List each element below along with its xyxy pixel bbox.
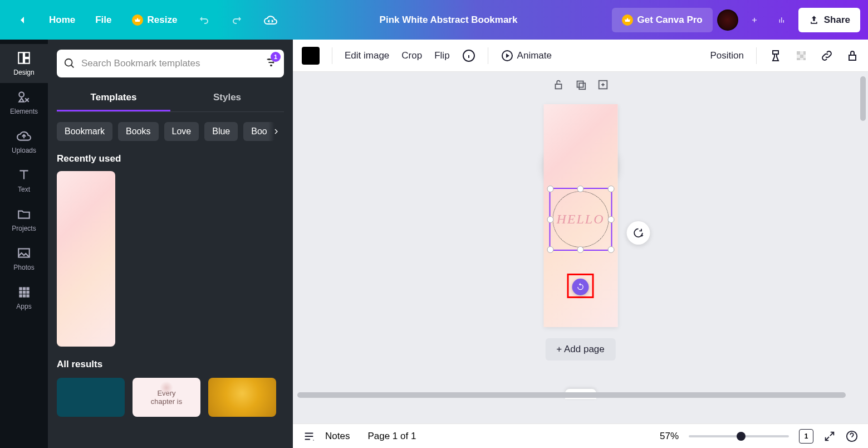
resize-handle-tr[interactable] xyxy=(607,186,614,192)
page-lock-icon[interactable] xyxy=(552,79,565,91)
document-title[interactable]: Pink White Abstract Bookmark xyxy=(380,14,518,25)
resize-handle-rm[interactable] xyxy=(607,216,614,223)
page-count-badge[interactable]: 1 xyxy=(799,429,813,444)
tab-styles[interactable]: Styles xyxy=(170,85,284,111)
chip-bookmark[interactable]: Bookmark xyxy=(57,122,112,141)
wreath-element[interactable]: HELLO xyxy=(552,191,609,247)
horizontal-scrollbar[interactable] xyxy=(297,392,857,398)
svg-rect-2 xyxy=(24,59,30,64)
hello-text: HELLO xyxy=(556,212,604,227)
svg-rect-31 xyxy=(577,81,583,87)
resize-handle-bl[interactable] xyxy=(547,246,553,253)
undo-button[interactable] xyxy=(189,8,218,32)
recently-used-heading: Recently used xyxy=(57,153,284,164)
redo-button[interactable] xyxy=(223,8,252,32)
rail-elements[interactable]: Elements xyxy=(0,83,48,122)
recent-template-thumb[interactable] xyxy=(57,171,115,347)
add-member-button[interactable] xyxy=(743,8,766,32)
rail-text[interactable]: Text xyxy=(0,161,48,200)
home-button[interactable]: Home xyxy=(41,8,83,32)
svg-point-3 xyxy=(19,92,24,97)
svg-rect-29 xyxy=(849,55,856,60)
resize-handle-lm[interactable] xyxy=(547,216,553,223)
svg-rect-6 xyxy=(23,287,26,290)
chip-books[interactable]: Books xyxy=(118,122,158,141)
filter-button[interactable]: 1 xyxy=(265,56,277,71)
notes-icon[interactable] xyxy=(303,430,315,442)
resize-handle-bm[interactable] xyxy=(577,246,584,253)
edit-image-button[interactable]: Edit image xyxy=(345,50,389,61)
rail-design[interactable]: Design xyxy=(0,44,48,83)
vscroll-thumb[interactable] xyxy=(860,76,866,121)
info-icon[interactable] xyxy=(462,49,475,62)
rail-projects[interactable]: Projects xyxy=(0,200,48,239)
svg-rect-21 xyxy=(800,51,803,55)
crop-button[interactable]: Crop xyxy=(401,50,422,61)
svg-point-15 xyxy=(268,59,271,61)
fullscreen-icon[interactable] xyxy=(823,430,836,442)
back-button[interactable] xyxy=(8,8,37,32)
chips-scroll-right[interactable] xyxy=(268,122,284,141)
svg-rect-28 xyxy=(803,58,806,60)
rail-photos[interactable]: Photos xyxy=(0,239,48,278)
result2-line1: Every xyxy=(157,389,175,397)
rail-elements-label: Elements xyxy=(10,108,38,115)
copy-style-icon[interactable] xyxy=(769,49,782,62)
resize-handle-tl[interactable] xyxy=(547,186,553,192)
duplicate-page-icon[interactable] xyxy=(575,79,587,91)
svg-rect-12 xyxy=(23,294,26,297)
animate-icon xyxy=(501,49,514,62)
help-icon[interactable] xyxy=(846,430,858,442)
position-button[interactable]: Position xyxy=(710,50,744,61)
page-info: Page 1 of 1 xyxy=(367,431,416,442)
vertical-scrollbar[interactable] xyxy=(859,72,867,423)
cloud-sync-icon[interactable] xyxy=(256,8,285,32)
flip-button[interactable]: Flip xyxy=(434,50,449,61)
chip-blue[interactable]: Blue xyxy=(204,122,238,141)
analytics-button[interactable] xyxy=(771,8,794,32)
selection-box[interactable]: HELLO xyxy=(549,188,612,251)
animate-button[interactable]: Animate xyxy=(501,49,552,62)
get-pro-button[interactable]: Get Canva Pro xyxy=(612,8,713,32)
share-button[interactable]: Share xyxy=(798,8,860,32)
result-thumb-3[interactable] xyxy=(208,378,276,417)
resize-handle-br[interactable] xyxy=(607,246,614,253)
resize-button[interactable]: Resize xyxy=(124,8,185,32)
search-box[interactable]: 1 xyxy=(57,50,284,77)
tab-templates[interactable]: Templates xyxy=(57,85,170,111)
search-input[interactable] xyxy=(81,58,259,69)
share-label: Share xyxy=(824,14,850,26)
notes-label[interactable]: Notes xyxy=(325,431,350,442)
bookmark-canvas[interactable]: HELLO xyxy=(543,104,617,327)
result-thumb-2[interactable]: Everychapter is xyxy=(133,378,200,417)
resize-handle-tm[interactable] xyxy=(577,186,584,192)
zoom-slider[interactable] xyxy=(689,435,789,437)
zoom-value[interactable]: 57% xyxy=(660,431,679,442)
result2-line2: chapter is xyxy=(151,397,182,406)
rotate-handle[interactable] xyxy=(572,279,589,295)
ai-assist-button[interactable] xyxy=(626,221,650,245)
file-label: File xyxy=(95,14,111,26)
avatar[interactable] xyxy=(717,9,738,31)
rail-apps[interactable]: Apps xyxy=(0,278,48,317)
svg-rect-5 xyxy=(19,287,22,290)
rail-uploads[interactable]: Uploads xyxy=(0,122,48,161)
transparency-icon[interactable] xyxy=(795,49,808,62)
svg-rect-13 xyxy=(26,294,29,297)
result-thumb-1[interactable] xyxy=(57,378,125,417)
color-swatch[interactable] xyxy=(302,47,320,65)
file-button[interactable]: File xyxy=(87,8,119,32)
canvas-stage[interactable]: HELLO + Add page xyxy=(293,72,868,423)
svg-rect-7 xyxy=(26,287,29,290)
add-page-icon[interactable] xyxy=(597,79,609,91)
chip-love[interactable]: Love xyxy=(164,122,199,141)
svg-rect-10 xyxy=(26,291,29,294)
add-page-button[interactable]: + Add page xyxy=(545,338,616,361)
hscroll-thumb[interactable] xyxy=(297,392,846,398)
link-icon[interactable] xyxy=(820,49,833,62)
svg-rect-9 xyxy=(23,291,26,294)
lock-icon[interactable] xyxy=(846,49,859,62)
svg-rect-22 xyxy=(803,51,806,55)
zoom-thumb[interactable] xyxy=(737,432,746,441)
separator xyxy=(488,47,488,64)
